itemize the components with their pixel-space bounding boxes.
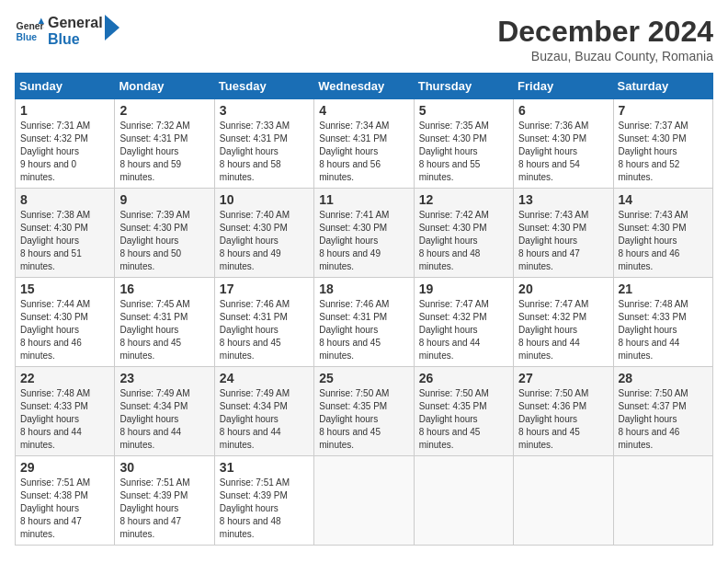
day-number: 13 (518, 192, 608, 207)
day-number: 23 (119, 371, 209, 385)
sunset-label: Sunset: 4:30 PM (619, 223, 687, 233)
sunset-label: Sunset: 4:34 PM (119, 401, 188, 411)
calendar-cell: 1 Sunrise: 7:31 AM Sunset: 4:32 PM Dayli… (16, 99, 115, 189)
sunset-label: Sunset: 4:31 PM (220, 312, 288, 322)
sunset-label: Sunset: 4:32 PM (20, 133, 88, 144)
daylight-value: 8 hours and 52 minutes. (619, 159, 680, 182)
sunrise-label: Sunrise: 7:46 AM (220, 299, 290, 309)
day-number: 25 (319, 371, 408, 385)
calendar-cell: 9 Sunrise: 7:39 AM Sunset: 4:30 PM Dayli… (115, 189, 214, 278)
calendar-week-row: 1 Sunrise: 7:31 AM Sunset: 4:32 PM Dayli… (16, 99, 713, 189)
calendar-cell: 29 Sunrise: 7:51 AM Sunset: 4:38 PM Dayl… (16, 456, 115, 546)
daylight-value: 8 hours and 45 minutes. (518, 427, 580, 450)
sunset-label: Sunset: 4:30 PM (619, 133, 687, 144)
sunset-label: Sunset: 4:31 PM (319, 133, 387, 144)
day-info: Sunrise: 7:36 AM Sunset: 4:30 PM Dayligh… (518, 120, 608, 184)
calendar-cell: 21 Sunrise: 7:48 AM Sunset: 4:33 PM Dayl… (613, 278, 712, 367)
sunrise-label: Sunrise: 7:50 AM (619, 388, 688, 398)
daylight-label: Daylight hours (220, 503, 279, 513)
daylight-label: Daylight hours (518, 325, 577, 335)
calendar-cell: 24 Sunrise: 7:49 AM Sunset: 4:34 PM Dayl… (214, 367, 313, 456)
sunset-label: Sunset: 4:30 PM (220, 223, 288, 233)
weekday-header-friday: Friday (514, 74, 613, 99)
day-info: Sunrise: 7:44 AM Sunset: 4:30 PM Dayligh… (20, 298, 109, 362)
day-number: 12 (419, 192, 508, 207)
logo-arrow-icon (103, 15, 121, 40)
day-info: Sunrise: 7:49 AM Sunset: 4:34 PM Dayligh… (119, 387, 209, 452)
sunrise-label: Sunrise: 7:32 AM (119, 121, 189, 131)
daylight-label: Daylight hours (20, 414, 79, 424)
svg-marker-3 (105, 15, 119, 40)
calendar-cell (414, 456, 513, 546)
calendar-cell: 23 Sunrise: 7:49 AM Sunset: 4:34 PM Dayl… (115, 367, 214, 456)
sunrise-label: Sunrise: 7:37 AM (619, 121, 688, 131)
sunrise-label: Sunrise: 7:42 AM (419, 210, 489, 220)
sunrise-label: Sunrise: 7:36 AM (518, 121, 588, 131)
sunset-label: Sunset: 4:30 PM (20, 223, 88, 233)
sunrise-label: Sunrise: 7:40 AM (220, 210, 290, 220)
daylight-value: 8 hours and 47 minutes. (20, 516, 82, 539)
sunset-label: Sunset: 4:31 PM (119, 312, 188, 322)
sunrise-label: Sunrise: 7:38 AM (20, 210, 90, 220)
calendar-cell: 19 Sunrise: 7:47 AM Sunset: 4:32 PM Dayl… (414, 278, 513, 367)
day-number: 21 (619, 282, 708, 296)
daylight-value: 8 hours and 46 minutes. (619, 248, 680, 271)
logo-general: General (48, 15, 103, 31)
calendar-cell: 16 Sunrise: 7:45 AM Sunset: 4:31 PM Dayl… (115, 278, 214, 367)
day-info: Sunrise: 7:37 AM Sunset: 4:30 PM Dayligh… (619, 120, 708, 184)
weekday-header-tuesday: Tuesday (214, 74, 313, 99)
calendar-cell: 17 Sunrise: 7:46 AM Sunset: 4:31 PM Dayl… (214, 278, 313, 367)
day-number: 15 (20, 282, 109, 296)
day-number: 29 (20, 460, 109, 475)
daylight-value: 8 hours and 44 minutes. (20, 427, 82, 450)
logo-blue: Blue (48, 31, 103, 48)
sunset-label: Sunset: 4:39 PM (119, 490, 188, 500)
daylight-value: 8 hours and 44 minutes. (419, 338, 481, 361)
calendar-week-row: 15 Sunrise: 7:44 AM Sunset: 4:30 PM Dayl… (16, 278, 713, 367)
calendar-title: December 2024 (497, 15, 713, 49)
weekday-header-saturday: Saturday (613, 74, 712, 99)
sunrise-label: Sunrise: 7:50 AM (319, 388, 389, 398)
day-info: Sunrise: 7:42 AM Sunset: 4:30 PM Dayligh… (419, 209, 508, 273)
daylight-value: 8 hours and 49 minutes. (319, 248, 381, 271)
day-number: 7 (619, 103, 708, 118)
day-info: Sunrise: 7:48 AM Sunset: 4:33 PM Dayligh… (619, 298, 708, 362)
day-number: 4 (319, 103, 408, 118)
daylight-value: 8 hours and 45 minutes. (119, 338, 181, 361)
daylight-label: Daylight hours (419, 146, 478, 156)
calendar-cell: 8 Sunrise: 7:38 AM Sunset: 4:30 PM Dayli… (16, 189, 115, 278)
sunset-label: Sunset: 4:32 PM (419, 312, 487, 322)
daylight-label: Daylight hours (518, 414, 577, 424)
title-section: December 2024 Buzau, Buzau County, Roman… (497, 15, 713, 63)
weekday-header-sunday: Sunday (16, 74, 115, 99)
sunset-label: Sunset: 4:34 PM (220, 401, 288, 411)
sunrise-label: Sunrise: 7:39 AM (119, 210, 189, 220)
calendar-cell (514, 456, 613, 546)
day-info: Sunrise: 7:34 AM Sunset: 4:31 PM Dayligh… (319, 120, 408, 184)
daylight-label: Daylight hours (319, 146, 378, 156)
day-info: Sunrise: 7:41 AM Sunset: 4:30 PM Dayligh… (319, 209, 408, 273)
weekday-header-monday: Monday (115, 74, 214, 99)
day-number: 5 (419, 103, 508, 118)
daylight-value: 8 hours and 47 minutes. (119, 516, 181, 539)
daylight-label: Daylight hours (220, 325, 279, 335)
daylight-label: Daylight hours (419, 414, 478, 424)
sunset-label: Sunset: 4:33 PM (619, 312, 687, 322)
daylight-value: 8 hours and 45 minutes. (419, 427, 481, 450)
page-header: General Blue General Blue December 2024 … (15, 15, 713, 63)
daylight-value: 8 hours and 56 minutes. (319, 159, 381, 182)
calendar-cell: 4 Sunrise: 7:34 AM Sunset: 4:31 PM Dayli… (314, 99, 414, 189)
sunrise-label: Sunrise: 7:43 AM (619, 210, 688, 220)
day-number: 26 (419, 371, 508, 385)
calendar-cell: 14 Sunrise: 7:43 AM Sunset: 4:30 PM Dayl… (613, 189, 712, 278)
sunrise-label: Sunrise: 7:51 AM (20, 477, 90, 488)
daylight-label: Daylight hours (319, 325, 378, 335)
day-info: Sunrise: 7:46 AM Sunset: 4:31 PM Dayligh… (319, 298, 408, 362)
sunset-label: Sunset: 4:35 PM (419, 401, 487, 411)
sunset-label: Sunset: 4:30 PM (518, 223, 586, 233)
daylight-label: Daylight hours (419, 325, 478, 335)
daylight-label: Daylight hours (518, 236, 577, 246)
calendar-cell: 3 Sunrise: 7:33 AM Sunset: 4:31 PM Dayli… (214, 99, 313, 189)
calendar-cell: 12 Sunrise: 7:42 AM Sunset: 4:30 PM Dayl… (414, 189, 513, 278)
sunrise-label: Sunrise: 7:48 AM (20, 388, 90, 398)
